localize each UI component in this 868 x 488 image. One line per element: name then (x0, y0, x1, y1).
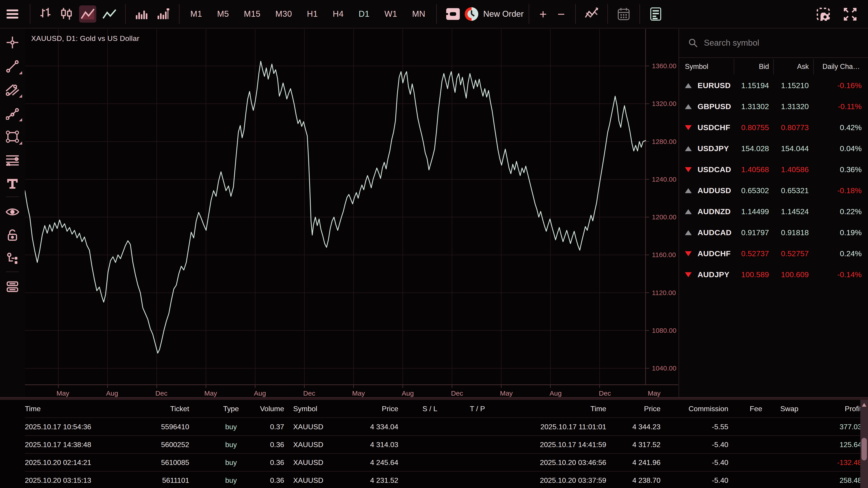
timeframe-M5[interactable]: M5 (211, 5, 235, 23)
text-tool[interactable] (0, 173, 25, 194)
news-button[interactable] (645, 3, 666, 25)
trade-column-price[interactable]: Price (606, 404, 660, 413)
trade-column-symbol[interactable]: Symbol (293, 404, 345, 413)
timeframe-W1[interactable]: W1 (379, 5, 403, 23)
candlestick-chart-button[interactable] (56, 3, 77, 25)
line-chart-button[interactable] (98, 3, 120, 25)
channel-tool[interactable] (0, 79, 25, 100)
trade-column-volume[interactable]: Volume (252, 404, 284, 413)
timeframe-D1[interactable]: D1 (352, 5, 375, 23)
zoom-out-button[interactable]: − (552, 7, 570, 22)
timeframe-H1[interactable]: H1 (301, 5, 324, 23)
x-axis-label: Dec (451, 390, 463, 397)
new-order-button[interactable]: New Order (464, 7, 524, 21)
tick-volume-button[interactable] (152, 3, 174, 25)
y-axis-label: 1160.00 (652, 251, 676, 258)
column-daily-change[interactable]: Daily Cha… (823, 58, 860, 75)
area-chart-button-active[interactable] (77, 3, 98, 25)
timeframe-M15[interactable]: M15 (238, 5, 266, 23)
panel-divider[interactable] (0, 397, 868, 400)
timeframe-M30[interactable]: M30 (270, 5, 298, 23)
cell-ticket: 5610085 (155, 458, 189, 467)
watchlist-row-USDCHF[interactable]: USDCHF0.807550.807730.42% (679, 117, 868, 138)
tile-windows-tool[interactable] (0, 276, 25, 297)
unlock-tool[interactable] (0, 225, 25, 246)
timeframe-M1[interactable]: M1 (184, 5, 208, 23)
watchlist-row-EURUSD[interactable]: EURUSD1.151941.15210-0.16% (679, 75, 868, 96)
fullscreen-icon (843, 7, 857, 21)
shape-tool[interactable] (0, 127, 25, 147)
trade-column-commission[interactable]: Commission (660, 404, 728, 413)
symbol-name: AUDJPY (698, 264, 730, 285)
trade-row-5610085[interactable]: 2025.10.20 02:14:215610085buy0.36XAUUSD4… (25, 454, 860, 471)
trade-column-swap[interactable]: Swap (762, 404, 798, 413)
fullscreen-button[interactable] (843, 3, 857, 25)
price-chart[interactable]: 1360.001320.001280.001240.001200.001160.… (25, 29, 678, 397)
y-axis-label: 1280.00 (652, 138, 676, 145)
trade-column-profit[interactable]: Profit (798, 404, 862, 413)
symbol-name: USDJPY (698, 138, 729, 159)
menu-button[interactable] (0, 3, 25, 25)
column-ask[interactable]: Ask (797, 58, 809, 75)
column-symbol[interactable]: Symbol (685, 58, 708, 75)
symbol-name: AUDCHF (698, 243, 731, 264)
screenshot-button[interactable] (816, 3, 831, 25)
watchlist-row-USDJPY[interactable]: USDJPY154.028154.0440.04% (679, 138, 868, 159)
symbol-name: GBPUSD (698, 96, 731, 117)
cell-close-price: 4 317.52 (606, 441, 660, 449)
bar-chart-button[interactable] (35, 3, 56, 25)
ask-value: 100.609 (781, 264, 809, 285)
symbol-search-input[interactable]: Search symbol (679, 29, 868, 57)
watchlist-row-AUDCAD[interactable]: AUDCAD0.917970.918180.19% (679, 222, 868, 243)
cell-close-price: 4 238.70 (606, 476, 660, 485)
volume-button[interactable] (131, 3, 152, 25)
order-tag-button[interactable] (442, 3, 464, 25)
trade-column-ticket[interactable]: Ticket (155, 404, 189, 413)
tick-volume-icon (157, 7, 170, 21)
daily-change-value: 0.24% (840, 243, 862, 264)
polyline-tool[interactable] (0, 103, 25, 124)
screenshot-icon (816, 7, 831, 21)
y-axis-label: 1240.00 (652, 175, 676, 183)
trade-column-time[interactable]: Time (493, 404, 606, 413)
calendar-button[interactable] (613, 3, 634, 25)
sidebar-separator (6, 271, 19, 272)
watchlist-row-AUDNZD[interactable]: AUDNZD1.144991.145240.22% (679, 201, 868, 222)
toolbar-separator (179, 4, 180, 24)
trade-column-time[interactable]: Time (25, 404, 155, 413)
trade-column-tp[interactable]: T / P (462, 404, 493, 413)
trade-column-sl[interactable]: S / L (414, 404, 446, 413)
watchlist-row-AUDJPY[interactable]: AUDJPY100.589100.609-0.14% (679, 264, 868, 285)
bid-value: 1.14499 (741, 201, 769, 222)
symbol-name: USDCAD (698, 159, 731, 180)
fibonacci-tool[interactable] (0, 150, 25, 170)
top-toolbar: M1M5M15M30H1H4D1W1MN New Order + − (0, 0, 868, 29)
watchlist-row-AUDCHF[interactable]: AUDCHF0.527370.527570.24% (679, 243, 868, 264)
watchlist-row-USDCAD[interactable]: USDCAD1.405681.405860.36% (679, 159, 868, 180)
chart-panel[interactable]: 1360.001320.001280.001240.001200.001160.… (25, 29, 678, 397)
toolbar-separator (575, 4, 576, 24)
column-bid[interactable]: Bid (759, 58, 769, 75)
y-axis-label: 1200.00 (652, 213, 676, 221)
trendline-tool[interactable] (0, 56, 25, 76)
trade-column-fee[interactable]: Fee (728, 404, 762, 413)
scrollbar-thumb[interactable] (862, 438, 867, 460)
crosshair-tool[interactable] (0, 32, 25, 53)
x-axis-label: May (57, 390, 69, 397)
timeframe-H4[interactable]: H4 (327, 5, 349, 23)
watchlist-row-GBPUSD[interactable]: GBPUSD1.313021.31320-0.11% (679, 96, 868, 117)
scroll-up-arrow-icon[interactable] (862, 403, 866, 407)
trade-column-price[interactable]: Price (345, 404, 398, 413)
object-tree-tool[interactable] (0, 248, 25, 269)
trade-row-5600252[interactable]: 2025.10.17 14:38:485600252buy0.36XAUUSD4… (25, 436, 860, 454)
trade-column-type[interactable]: Type (210, 404, 252, 413)
watchlist-row-AUDUSD[interactable]: AUDUSD0.653020.65321-0.18% (679, 180, 868, 201)
trade-table-header: TimeTicketTypeVolumeSymbolPriceS / LT / … (25, 400, 860, 418)
trade-row-5611101[interactable]: 2025.10.20 03:15:135611101buy0.36XAUUSD4… (25, 471, 860, 488)
visibility-tool[interactable] (0, 202, 25, 222)
timeframe-MN[interactable]: MN (406, 5, 431, 23)
trade-table-scrollbar[interactable] (860, 400, 868, 488)
zoom-in-button[interactable]: + (534, 7, 552, 22)
indicators-button[interactable] (581, 3, 602, 25)
trade-row-5596410[interactable]: 2025.10.17 10:54:365596410buy0.37XAUUSD4… (25, 418, 860, 436)
